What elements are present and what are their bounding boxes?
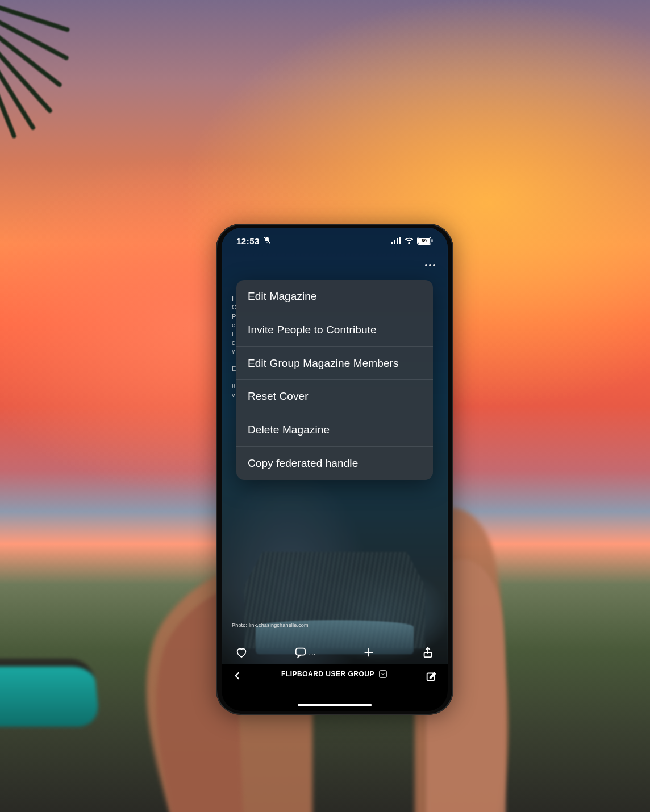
status-bar: 12:53 89: [222, 228, 448, 254]
menu-item-reset-cover[interactable]: Reset Cover: [236, 380, 433, 413]
compose-icon: [425, 670, 438, 683]
heart-icon: [235, 646, 248, 659]
palm-fronds: [0, 0, 114, 125]
phone-device-frame: I C P e t c y E 8 v 12:53: [216, 224, 453, 715]
bell-slash-icon: [263, 236, 271, 246]
menu-item-edit-group-members[interactable]: Edit Group Magazine Members: [236, 347, 433, 380]
comment-ellipsis: ...: [309, 648, 316, 656]
comment-icon: [294, 646, 307, 659]
more-horizontal-icon[interactable]: [422, 261, 439, 270]
app-header: [222, 257, 448, 273]
menu-item-delete-magazine[interactable]: Delete Magazine: [236, 413, 433, 447]
battery-icon: 89: [417, 237, 433, 245]
bottom-bar-title: FLIPBOARD USER GROUP: [281, 670, 374, 678]
battery-percent-text: 89: [422, 238, 427, 244]
action-bar: ...: [222, 638, 448, 667]
back-button[interactable]: [232, 670, 243, 684]
svg-point-5: [409, 243, 410, 244]
status-time: 12:53: [236, 236, 260, 246]
boat: [0, 659, 100, 727]
share-button[interactable]: [422, 646, 434, 659]
like-button[interactable]: [235, 646, 248, 659]
cellular-icon: [391, 237, 401, 244]
svg-rect-1: [391, 242, 393, 244]
svg-rect-4: [399, 237, 401, 244]
add-button[interactable]: [363, 646, 375, 659]
menu-item-invite-people[interactable]: Invite People to Contribute: [236, 313, 433, 347]
menu-item-copy-federated-handle[interactable]: Copy federated handle: [236, 447, 433, 480]
svg-rect-2: [394, 240, 395, 244]
compose-button[interactable]: [425, 670, 438, 685]
share-icon: [422, 646, 434, 659]
comment-button[interactable]: ...: [294, 646, 316, 659]
svg-rect-9: [295, 648, 305, 655]
back-icon: [232, 670, 243, 681]
svg-rect-8: [432, 239, 433, 242]
magazine-title-dropdown[interactable]: FLIPBOARD USER GROUP: [281, 670, 387, 678]
svg-rect-3: [397, 238, 398, 244]
wifi-icon: [405, 237, 414, 244]
home-indicator[interactable]: [298, 704, 372, 706]
chevron-down-icon: [379, 670, 387, 678]
context-menu: Edit Magazine Invite People to Contribut…: [236, 280, 433, 480]
menu-item-edit-magazine[interactable]: Edit Magazine: [236, 280, 433, 313]
phone-screen: I C P e t c y E 8 v 12:53: [222, 228, 448, 711]
plus-icon: [363, 646, 375, 659]
photo-credit: Photo: link.chasingchanelle.com: [232, 622, 309, 628]
